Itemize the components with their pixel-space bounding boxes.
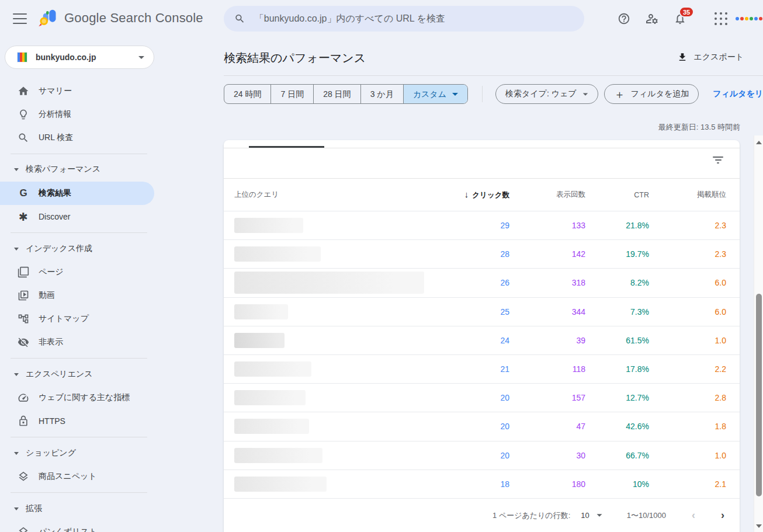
sidebar-item-product-snippets[interactable]: 商品スニペット: [0, 465, 154, 488]
product-name: Google Search Console: [64, 11, 203, 26]
last-updated-text: 最終更新日: 13.5 時間前: [658, 122, 740, 133]
collapse-triangle-icon: [14, 248, 19, 251]
range-custom-button[interactable]: カスタム: [403, 85, 467, 103]
table-row[interactable]: 20 47 42.6% 1.8: [224, 412, 740, 440]
column-header-position[interactable]: 掲載順位: [649, 190, 726, 200]
sidebar-item-discover[interactable]: ✱ Discover: [0, 205, 154, 228]
pagination-bar: 1 ページあたりの行数: 10 1〜10/1000 ‹ ›: [224, 498, 740, 532]
sidebar-item-sitemaps[interactable]: サイトマップ: [0, 307, 154, 331]
gauge-icon: [18, 392, 29, 404]
date-range-segmented-control: 24 時間 7 日間 28 日間 3 か月 カスタム: [224, 84, 468, 104]
url-inspection-search[interactable]: [224, 6, 584, 32]
sidebar-section-shopping[interactable]: ショッピング: [0, 441, 154, 465]
collapse-triangle-icon: [14, 507, 19, 510]
notification-badge: 35: [679, 6, 694, 18]
rows-per-page-select[interactable]: 10: [581, 511, 602, 520]
chevron-down-icon: [596, 514, 602, 517]
account-avatar[interactable]: [735, 5, 763, 33]
table-row[interactable]: 25 344 7.3% 6.0: [224, 297, 740, 326]
sidebar-item-breadcrumbs[interactable]: パンくずリスト: [0, 520, 154, 532]
table-row[interactable]: 29 133 21.8% 2.3: [224, 211, 740, 239]
rows-per-page-label: 1 ページあたりの行数:: [493, 510, 570, 521]
redacted-query: [234, 390, 306, 405]
property-selector[interactable]: bunkyudo.co.jp: [5, 46, 154, 69]
range-7d-button[interactable]: 7 日間: [270, 85, 313, 103]
sidebar-section-enhancements[interactable]: 拡張: [0, 497, 154, 520]
column-header-clicks[interactable]: ↓クリック数: [445, 189, 509, 200]
sidebar-item-url-inspection[interactable]: URL 検査: [0, 126, 154, 149]
export-button[interactable]: エクスポート: [677, 52, 744, 62]
range-28d-button[interactable]: 28 日間: [313, 85, 360, 103]
divider: [11, 492, 147, 493]
next-page-button[interactable]: ›: [721, 509, 724, 521]
divider: [11, 232, 147, 233]
table-row[interactable]: 20 30 66.7% 1.0: [224, 441, 740, 470]
menu-icon[interactable]: [13, 13, 27, 24]
apps-grid-button[interactable]: [707, 5, 735, 33]
video-pages-icon: [18, 290, 29, 301]
previous-page-button[interactable]: ‹: [692, 509, 695, 521]
redacted-query: [234, 218, 303, 233]
chevron-down-icon: [452, 93, 458, 96]
top-app-bar: Google Search Console 35: [0, 0, 763, 37]
table-row[interactable]: 20 157 12.7% 2.8: [224, 383, 740, 412]
filter-table-button[interactable]: [713, 157, 723, 165]
redacted-query: [234, 246, 321, 262]
scroll-down-arrow[interactable]: [756, 524, 762, 528]
search-icon: [234, 13, 245, 25]
sidebar-item-core-web-vitals[interactable]: ウェブに関する主な指標: [0, 386, 154, 409]
redacted-query: [234, 419, 309, 434]
search-input[interactable]: [255, 13, 574, 24]
help-button[interactable]: [610, 5, 638, 33]
account-settings-button[interactable]: [638, 5, 666, 33]
table-row[interactable]: 28 142 19.7% 2.3: [224, 239, 740, 268]
scroll-up-arrow[interactable]: [756, 141, 762, 144]
help-icon: [618, 12, 630, 25]
manage-accounts-icon: [645, 12, 659, 26]
reset-filters-link[interactable]: フィルタをリセット: [713, 89, 763, 99]
notifications-button[interactable]: 35: [666, 5, 694, 33]
scrollbar-thumb[interactable]: [756, 294, 762, 496]
redacted-query: [234, 333, 285, 348]
table-row[interactable]: 24 39 61.5% 1.0: [224, 326, 740, 354]
sidebar-item-summary[interactable]: サマリー: [0, 79, 154, 103]
sidebar-item-search-results[interactable]: G 検索結果: [0, 182, 154, 205]
add-filter-chip[interactable]: ＋ フィルタを追加: [604, 84, 699, 104]
collapse-triangle-icon: [14, 168, 19, 171]
table-row[interactable]: 26 318 8.2% 6.0: [224, 268, 740, 297]
search-type-chip[interactable]: 検索タイプ: ウェブ: [495, 84, 598, 104]
range-3m-button[interactable]: 3 か月: [360, 85, 403, 103]
sidebar-item-insights[interactable]: 分析情報: [0, 103, 154, 126]
redacted-query: [234, 361, 311, 377]
sidebar-section-search-performance[interactable]: 検索パフォーマンス: [0, 158, 154, 181]
range-24h-button[interactable]: 24 時間: [224, 85, 270, 103]
sidebar-item-pages[interactable]: ページ: [0, 260, 154, 284]
tab-bar-border: [224, 148, 740, 148]
column-header-query[interactable]: 上位のクエリ: [234, 190, 445, 200]
chevron-down-icon: [138, 56, 144, 59]
lightbulb-icon: [18, 109, 29, 120]
sidebar-section-indexing[interactable]: インデックス作成: [0, 237, 154, 260]
gsc-logo[interactable]: Google Search Console: [37, 8, 203, 29]
filter-bar: 24 時間 7 日間 28 日間 3 か月 カスタム 検索タイプ: ウェブ ＋ …: [224, 84, 763, 104]
sitemap-icon: [18, 313, 29, 325]
gsc-logo-icon: [37, 8, 58, 29]
sidebar-item-videos[interactable]: 動画: [0, 284, 154, 307]
table-row[interactable]: 21 118 17.8% 2.2: [224, 354, 740, 383]
apps-grid-icon: [714, 12, 728, 26]
performance-table-card: 上位のクエリ ↓クリック数 表示回数 CTR 掲載順位 29 133 21.8%…: [224, 140, 740, 532]
sidebar-item-https[interactable]: HTTPS: [0, 409, 154, 433]
sidebar-item-removals[interactable]: 非表示: [0, 331, 154, 354]
sidebar-section-experience[interactable]: エクスペリエンス: [0, 363, 154, 386]
lock-icon: [18, 415, 29, 427]
pagination-range: 1〜10/1000: [627, 510, 666, 521]
chevron-down-icon: [582, 93, 588, 95]
divider: [224, 75, 763, 76]
divider: [11, 437, 147, 437]
column-header-impressions[interactable]: 表示回数: [509, 190, 585, 200]
table-body: 29 133 21.8% 2.3 28 142 19.7% 2.3 26 318…: [224, 211, 740, 498]
avatar-logo-icon: [736, 17, 762, 20]
column-header-ctr[interactable]: CTR: [585, 191, 649, 199]
table-row[interactable]: 18 180 10% 2.1: [224, 470, 740, 498]
layers-icon: [18, 526, 29, 532]
